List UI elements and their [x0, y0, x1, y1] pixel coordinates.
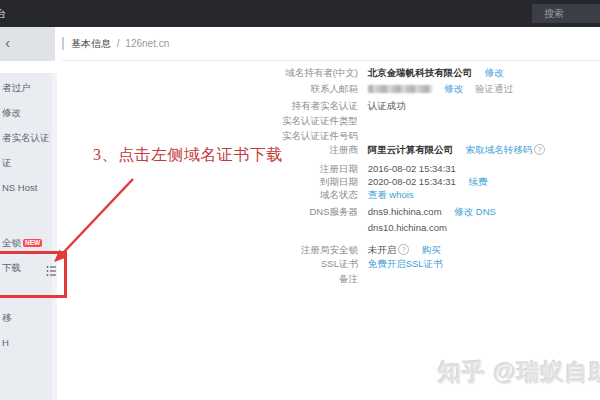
breadcrumb-separator: /: [117, 38, 120, 49]
topbar-logo-fragment: 台: [0, 7, 6, 21]
free-ssl-link[interactable]: 免费开启SSL证书: [368, 258, 443, 269]
row-domain-holder: 域名持有者(中文) 北京金瑞帆科技有限公司 修改: [280, 67, 504, 79]
modify-dns-link[interactable]: 修改 DNS: [454, 206, 496, 217]
breadcrumb-section[interactable]: 基本信息: [71, 38, 111, 49]
row-registration-date: 注册日期 2016-08-02 15:34:31: [280, 163, 456, 175]
row-registry-lock: 注册局安全锁 未开启? 购买: [280, 244, 441, 256]
help-circle-icon[interactable]: ?: [534, 144, 545, 155]
breadcrumb-domain: 126net.cn: [125, 38, 169, 49]
registration-date-value: 2016-08-02 15:34:31: [368, 163, 456, 174]
email-verified-status: 验证通过: [475, 83, 513, 94]
row-cert-number: 实名认证证件号码: [280, 130, 358, 142]
annotation-step-text: 3、点击左侧域名证书下载: [93, 145, 283, 166]
field-label: 注册商: [280, 144, 358, 156]
row-ssl-cert: SSL证书 免费开启SSL证书: [280, 258, 443, 270]
dns-server-1-value: dns9.hichina.com: [368, 206, 442, 217]
holder-value: 北京金瑞帆科技有限公司: [368, 67, 473, 78]
field-label: 实名认证证件号码: [280, 130, 358, 142]
row-remark: 备注: [280, 273, 358, 285]
view-whois-link[interactable]: 查看 whois: [368, 189, 414, 200]
row-dns-server: DNS服务器 dns9.hichina.com 修改 DNS: [280, 206, 496, 218]
zhihu-watermark: 知乎 @瑞蚁自助: [438, 357, 600, 388]
highlight-box: [0, 251, 67, 298]
field-label: 持有者实名认证: [280, 100, 358, 112]
modify-email-link[interactable]: 修改: [444, 83, 463, 94]
row-registrar: 注册商 阿里云计算有限公司 索取域名转移码?: [280, 144, 545, 156]
sidebar-menu: 者过户 修改 者实名认证 证 NS Host 全锁NEW 下载 移 H: [0, 73, 57, 400]
redacted-email-value: [368, 85, 432, 93]
new-badge: NEW: [23, 239, 42, 247]
expiry-date-value: 2020-08-02 15:34:31: [368, 176, 456, 187]
sidebar-item-transfer-owner[interactable]: 者过户: [2, 82, 31, 94]
realname-status-value: 认证成功: [368, 100, 406, 111]
sidebar-item-security-lock[interactable]: 全锁NEW: [2, 237, 42, 249]
row-contact-email: 联系人邮箱 修改 验证通过: [280, 83, 513, 95]
field-label: 注册局安全锁: [280, 244, 358, 256]
dns-server-2-value: dns10.hichina.com: [368, 222, 447, 233]
field-label: 备注: [280, 273, 358, 285]
row-cert-type: 实名认证证件类型: [280, 115, 358, 127]
sidebar-item-modify-info[interactable]: 修改: [2, 107, 21, 119]
help-circle-icon[interactable]: ?: [398, 244, 409, 255]
row-expiry-date: 到期日期 2020-08-02 15:34:31 续费: [280, 176, 488, 188]
row-domain-status: 域名状态 查看 whois: [280, 189, 414, 201]
renew-link[interactable]: 续费: [469, 176, 488, 187]
sidebar-item-transfer[interactable]: 移: [2, 312, 12, 324]
field-label: SSL证书: [280, 258, 358, 270]
row-dns-server-2: dns10.hichina.com: [280, 222, 447, 234]
domain-console-screen: 台 搜索 ‹ 者过户 修改 者实名认证 证 NS Host 全锁NEW 下载 移…: [0, 0, 600, 400]
header-divider: [62, 60, 600, 61]
sidebar-item-label: 全锁: [2, 237, 21, 248]
back-chevron-icon[interactable]: ‹: [5, 34, 10, 52]
row-realname-auth: 持有者实名认证 认证成功: [280, 100, 406, 112]
field-label: DNS服务器: [280, 206, 358, 218]
top-navbar: 台 搜索: [0, 0, 600, 27]
transfer-code-link[interactable]: 索取域名转移码: [466, 144, 533, 155]
field-label: 域名持有者(中文): [280, 67, 358, 79]
search-input[interactable]: 搜索: [532, 4, 600, 23]
registrar-value: 阿里云计算有限公司: [368, 144, 454, 155]
field-label: 域名状态: [280, 189, 358, 201]
sidebar-item-h[interactable]: H: [2, 337, 9, 349]
modify-holder-link[interactable]: 修改: [485, 67, 504, 78]
sidebar-item-cert[interactable]: 证: [2, 157, 12, 169]
sidebar-header: ‹: [0, 27, 55, 61]
field-label: 联系人邮箱: [280, 83, 358, 95]
field-label: 注册日期: [280, 163, 358, 175]
buy-lock-link[interactable]: 购买: [422, 244, 441, 255]
lock-status-value: 未开启: [368, 244, 397, 255]
field-label: 实名认证证件类型: [280, 115, 358, 127]
sidebar-item-realname-auth[interactable]: 者实名认证: [2, 132, 50, 144]
sidebar-item-dns-host[interactable]: NS Host: [2, 182, 37, 194]
breadcrumb: 基本信息 / 126net.cn: [62, 37, 169, 50]
field-label: 到期日期: [280, 176, 358, 188]
